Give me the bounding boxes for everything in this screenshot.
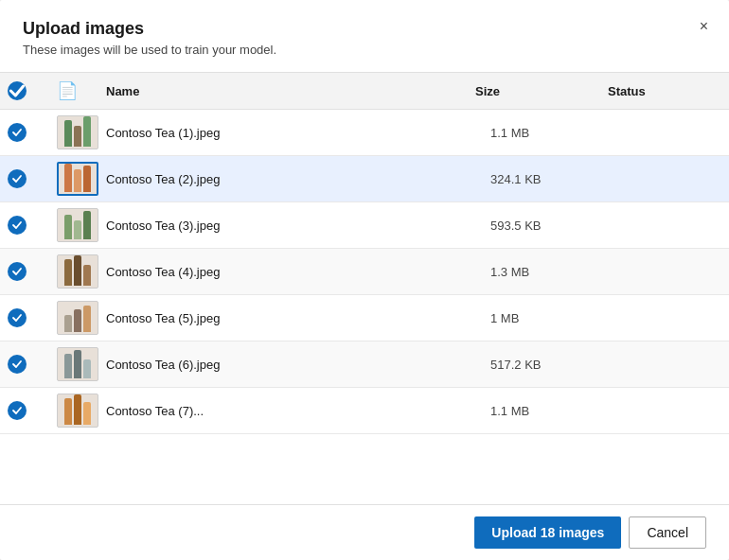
file-table-container: 📄 Name Size Status Contoso Tea (1).jpeg1… xyxy=(0,72,729,504)
row-checkbox[interactable] xyxy=(0,308,49,327)
table-row[interactable]: Contoso Tea (3).jpeg593.5 KB xyxy=(0,202,729,249)
header-status-col: Status xyxy=(600,80,714,101)
row-filesize: 1.1 MB xyxy=(483,404,615,418)
dialog-footer: Upload 18 images Cancel xyxy=(0,504,729,560)
header-thumbnail-col: 📄 xyxy=(49,80,98,101)
checkbox-icon[interactable] xyxy=(8,308,27,327)
row-filesize: 324.1 KB xyxy=(483,172,615,186)
table-header: 📄 Name Size Status xyxy=(0,72,729,110)
row-thumbnail-cell xyxy=(49,208,98,242)
row-checkbox[interactable] xyxy=(0,216,49,235)
row-checkbox[interactable] xyxy=(0,401,49,420)
thumbnail-image xyxy=(57,301,98,335)
thumbnail-image xyxy=(57,394,98,428)
row-thumbnail-cell xyxy=(49,301,98,335)
row-thumbnail-cell xyxy=(49,394,98,428)
dialog-subtitle: These images will be used to train your … xyxy=(23,43,706,57)
row-filename: Contoso Tea (7)... xyxy=(98,404,483,418)
row-checkbox[interactable] xyxy=(0,355,49,374)
table-row[interactable]: Contoso Tea (7)...1.1 MB xyxy=(0,388,729,434)
header-checkbox-col[interactable] xyxy=(0,80,49,101)
row-filesize: 1.1 MB xyxy=(483,126,615,140)
row-filename: Contoso Tea (6).jpeg xyxy=(98,358,483,372)
cancel-button[interactable]: Cancel xyxy=(629,516,706,549)
row-filesize: 1 MB xyxy=(483,311,615,325)
row-thumbnail-cell xyxy=(49,115,98,149)
table-row[interactable]: Contoso Tea (1).jpeg1.1 MB xyxy=(0,110,729,156)
row-thumbnail-cell xyxy=(49,347,98,381)
upload-dialog: Upload images These images will be used … xyxy=(0,0,729,560)
thumbnail-image xyxy=(57,115,98,149)
header-size-col: Size xyxy=(468,80,600,101)
thumbnail-image xyxy=(57,254,98,289)
checkbox-icon[interactable] xyxy=(8,123,27,142)
table-row[interactable]: Contoso Tea (6).jpeg517.2 KB xyxy=(0,341,729,388)
thumbnail-image xyxy=(57,162,98,196)
row-filename: Contoso Tea (5).jpeg xyxy=(98,311,483,325)
thumbnail-image xyxy=(57,208,98,242)
row-checkbox[interactable] xyxy=(0,123,49,142)
checkbox-icon[interactable] xyxy=(8,169,27,188)
row-filesize: 517.2 KB xyxy=(483,358,615,372)
checkbox-icon[interactable] xyxy=(8,355,27,374)
table-row[interactable]: Contoso Tea (5).jpeg1 MB xyxy=(0,295,729,341)
row-filename: Contoso Tea (1).jpeg xyxy=(98,126,483,140)
row-thumbnail-cell xyxy=(49,162,98,196)
select-all-checkbox[interactable] xyxy=(8,81,27,100)
dialog-title: Upload images xyxy=(23,19,706,39)
table-body: Contoso Tea (1).jpeg1.1 MBContoso Tea (2… xyxy=(0,110,729,504)
close-button[interactable]: × xyxy=(694,15,714,38)
checkbox-icon[interactable] xyxy=(8,262,27,281)
row-filename: Contoso Tea (2).jpeg xyxy=(98,172,483,186)
header-name-col: Name xyxy=(98,80,468,101)
dialog-header: Upload images These images will be used … xyxy=(0,0,729,61)
checkbox-icon[interactable] xyxy=(8,401,27,420)
row-checkbox[interactable] xyxy=(0,169,49,188)
checkbox-icon[interactable] xyxy=(8,216,27,235)
upload-button[interactable]: Upload 18 images xyxy=(474,516,621,549)
row-filename: Contoso Tea (4).jpeg xyxy=(98,265,483,279)
table-row[interactable]: Contoso Tea (2).jpeg324.1 KB xyxy=(0,156,729,202)
row-thumbnail-cell xyxy=(49,254,98,289)
row-checkbox[interactable] xyxy=(0,262,49,281)
thumbnail-image xyxy=(57,347,98,381)
table-row[interactable]: Contoso Tea (4).jpeg1.3 MB xyxy=(0,249,729,295)
row-filesize: 1.3 MB xyxy=(483,265,615,279)
row-filename: Contoso Tea (3).jpeg xyxy=(98,219,483,233)
row-filesize: 593.5 KB xyxy=(483,219,615,233)
